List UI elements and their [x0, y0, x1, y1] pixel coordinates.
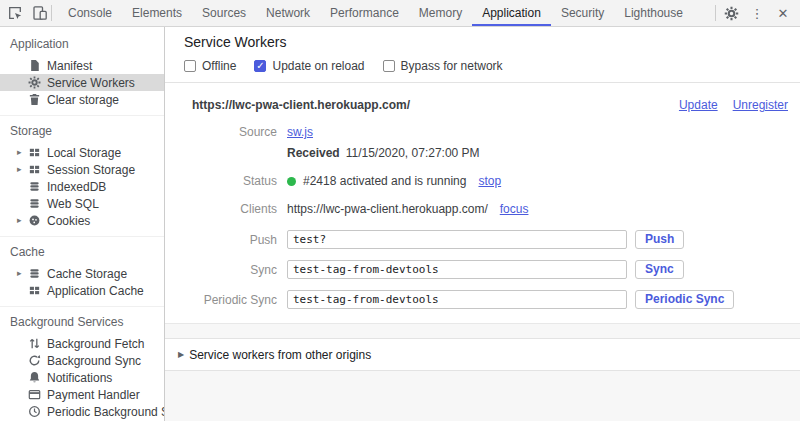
settings-gear-icon[interactable]	[720, 6, 742, 21]
update-on-reload-checkbox[interactable]: ✓ Update on reload	[254, 59, 364, 73]
tab-application[interactable]: Application	[472, 0, 551, 26]
device-toolbar-icon[interactable]	[32, 5, 48, 21]
source-label: Source	[165, 125, 277, 139]
sidebar-item-label: Background Sync	[47, 354, 141, 368]
clients-label: Clients	[165, 202, 277, 216]
empty-area	[165, 371, 800, 421]
checkbox-box[interactable]	[184, 60, 196, 72]
sidebar-item-periodic-background-sync[interactable]: Periodic Background Sync	[0, 403, 164, 420]
toolbar-separator	[51, 5, 52, 21]
tab-sources[interactable]: Sources	[192, 0, 256, 26]
sidebar-item-indexeddb[interactable]: IndexedDB	[0, 178, 164, 195]
document-icon	[28, 59, 41, 72]
status-label: Status	[165, 174, 277, 188]
tab-elements[interactable]: Elements	[122, 0, 192, 26]
sidebar-item-cache-storage[interactable]: ▸ Cache Storage	[0, 265, 164, 282]
sync-icon	[28, 354, 41, 367]
focus-link[interactable]: focus	[500, 202, 529, 216]
source-file-link[interactable]: sw.js	[287, 125, 313, 139]
sidebar-item-label: Periodic Background Sync	[47, 405, 165, 419]
close-icon[interactable]: ✕	[772, 6, 794, 21]
kebab-menu-icon[interactable]: ⋮	[746, 6, 768, 21]
sidebar-item-notifications[interactable]: Notifications	[0, 369, 164, 386]
sidebar-item-label: Service Workers	[47, 76, 135, 90]
offline-checkbox[interactable]: Offline	[184, 59, 236, 73]
push-label: Push	[165, 233, 277, 247]
update-link[interactable]: Update	[679, 98, 718, 112]
status-green-dot-icon	[287, 177, 296, 186]
periodic-sync-button[interactable]: Periodic Sync	[635, 290, 734, 309]
received-row: Received 11/15/2020, 07:27:00 PM	[165, 146, 800, 160]
client-url: https://lwc-pwa-client.herokuapp.com/	[287, 202, 488, 216]
service-workers-pane: Service Workers Offline ✓ Update on relo…	[165, 27, 800, 421]
sidebar-item-label: Cache Storage	[47, 267, 127, 281]
section-header: Cache	[0, 237, 164, 265]
periodic-sync-row: Periodic Sync Periodic Sync	[165, 290, 800, 309]
sidebar-item-label: Application Cache	[47, 284, 144, 298]
sidebar-item-label: Payment Handler	[47, 388, 140, 402]
section-gap	[165, 324, 800, 338]
checkbox-box[interactable]	[383, 60, 395, 72]
periodic-sync-input[interactable]	[287, 290, 627, 309]
checkbox-label: Bypass for network	[401, 59, 503, 73]
devtools-tabbar: Console Elements Sources Network Perform…	[0, 0, 800, 27]
tab-console[interactable]: Console	[58, 0, 122, 26]
periodic-sync-label: Periodic Sync	[165, 293, 277, 307]
toolbar-separator	[715, 5, 716, 21]
tab-lighthouse[interactable]: Lighthouse	[614, 0, 693, 26]
inspect-icon[interactable]	[7, 5, 23, 21]
checkbox-label: Update on reload	[272, 59, 364, 73]
expand-arrow-icon[interactable]: ▶	[178, 350, 184, 359]
sidebar-item-payment-handler[interactable]: Payment Handler	[0, 386, 164, 403]
unregister-link[interactable]: Unregister	[733, 98, 788, 112]
push-button[interactable]: Push	[635, 230, 684, 249]
table-icon	[28, 284, 41, 297]
tab-memory[interactable]: Memory	[409, 0, 472, 26]
sync-input[interactable]	[287, 260, 627, 279]
status-text: #2418 activated and is running	[303, 174, 466, 188]
sidebar-item-label: Manifest	[47, 59, 92, 73]
sync-row: Sync Sync	[165, 260, 800, 279]
sidebar-item-application-cache[interactable]: Application Cache	[0, 282, 164, 299]
sync-label: Sync	[165, 263, 277, 277]
status-row: Status #2418 activated and is running st…	[165, 174, 800, 188]
checkbox-box[interactable]: ✓	[254, 60, 266, 72]
expand-arrow-icon[interactable]: ▸	[17, 265, 28, 282]
tab-security[interactable]: Security	[551, 0, 614, 26]
sidebar-item-local-storage[interactable]: ▸ Local Storage	[0, 144, 164, 161]
sidebar-item-clear-storage[interactable]: Clear storage	[0, 91, 164, 108]
expand-arrow-icon[interactable]: ▸	[17, 161, 28, 178]
expand-arrow-icon[interactable]: ▸	[17, 212, 28, 229]
clients-row: Clients https://lwc-pwa-client.herokuapp…	[165, 202, 800, 216]
sidebar-item-service-workers[interactable]: Service Workers	[0, 74, 164, 91]
sidebar-item-web-sql[interactable]: Web SQL	[0, 195, 164, 212]
sidebar-item-session-storage[interactable]: ▸ Session Storage	[0, 161, 164, 178]
sidebar-item-label: Web SQL	[47, 197, 99, 211]
sidebar-item-label: Background Fetch	[47, 337, 144, 351]
sidebar-item-background-sync[interactable]: Background Sync	[0, 352, 164, 369]
source-row: Source sw.js	[165, 125, 800, 139]
database-icon	[28, 267, 41, 280]
sidebar-item-cookies[interactable]: ▸ Cookies	[0, 212, 164, 229]
push-row: Push Push	[165, 230, 800, 249]
sidebar-item-label: Local Storage	[47, 146, 121, 160]
sidebar-section-application: Application Manifest Service Workers Cle…	[0, 29, 164, 115]
page-title: Service Workers	[184, 34, 784, 50]
sidebar-item-label: Notifications	[47, 371, 112, 385]
sidebar-section-background-services: Background Services Background Fetch Bac…	[0, 306, 164, 421]
bypass-for-network-checkbox[interactable]: Bypass for network	[383, 59, 503, 73]
push-input[interactable]	[287, 230, 627, 249]
checkbox-label: Offline	[202, 59, 236, 73]
sidebar-item-manifest[interactable]: Manifest	[0, 57, 164, 74]
sync-button[interactable]: Sync	[635, 260, 684, 279]
sidebar-item-background-fetch[interactable]: Background Fetch	[0, 335, 164, 352]
sidebar-item-label: Session Storage	[47, 163, 135, 177]
tab-network[interactable]: Network	[256, 0, 320, 26]
received-value: 11/15/2020, 07:27:00 PM	[346, 146, 480, 160]
section-header: Application	[0, 29, 164, 57]
other-origins-label: Service workers from other origins	[189, 348, 371, 362]
other-origins-section[interactable]: ▶ Service workers from other origins	[165, 338, 800, 371]
tab-performance[interactable]: Performance	[320, 0, 409, 26]
stop-link[interactable]: stop	[478, 174, 501, 188]
expand-arrow-icon[interactable]: ▸	[17, 144, 28, 161]
